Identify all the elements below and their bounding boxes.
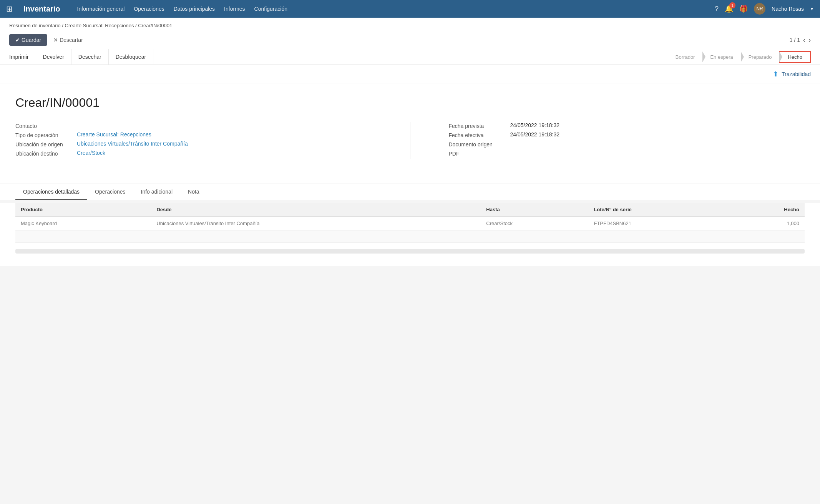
top-nav: ⊞ Inventario Información general Operaci… <box>0 0 820 18</box>
tab-operaciones-detalladas[interactable]: Operaciones detalladas <box>15 184 87 200</box>
traceability-label: Trazabilidad <box>782 71 811 77</box>
tabs: Operaciones detalladas Operaciones Info … <box>15 184 805 200</box>
label-documento-origen: Documento origen <box>449 141 510 148</box>
label-ubicacion-origen: Ubicación de origen <box>15 141 77 148</box>
nav-item-data[interactable]: Datos principales <box>174 6 215 12</box>
main-content: ⬆ Trazabilidad Crear/IN/00001 Contacto T… <box>0 65 820 266</box>
pagination-text: 1 / 1 <box>790 37 800 43</box>
cell-desde: Ubicaciones Virtuales/Tránsito Inter Com… <box>151 217 481 230</box>
traceability-icon: ⬆ <box>773 70 779 78</box>
form-right: Fecha prevista 24/05/2022 19:18:32 Fecha… <box>449 122 805 159</box>
label-pdf: PDF <box>449 150 510 157</box>
print-action[interactable]: Imprimir <box>9 49 36 65</box>
value-tipo[interactable]: Crearte Sucursal: Recepciones <box>77 131 151 138</box>
nav-item-info[interactable]: Información general <box>77 6 125 12</box>
avatar: NR <box>754 3 765 15</box>
col-header-lote: Lote/N° de serie <box>588 203 729 217</box>
next-page-button[interactable]: › <box>808 36 811 44</box>
tab-operaciones[interactable]: Operaciones <box>87 184 133 200</box>
scrollbar[interactable] <box>15 249 805 254</box>
prev-page-button[interactable]: ‹ <box>803 36 805 44</box>
label-fecha-prevista: Fecha prevista <box>449 122 510 129</box>
form-left: Contacto Tipo de operación Crearte Sucur… <box>15 122 372 159</box>
status-preparado[interactable]: Preparado <box>741 52 780 62</box>
table-header-row: Producto Desde Hasta Lote/N° de serie He… <box>15 203 805 217</box>
col-header-desde: Desde <box>151 203 481 217</box>
save-button[interactable]: ✔ Guardar <box>9 34 47 46</box>
col-header-hecho: Hecho <box>729 203 805 217</box>
gift-icon[interactable]: 🎁 <box>739 5 748 13</box>
value-fecha-prevista: 24/05/2022 19:18:32 <box>510 122 559 128</box>
user-name[interactable]: Nacho Rosas <box>772 6 804 12</box>
tab-nota[interactable]: Nota <box>180 184 207 200</box>
label-fecha-efectiva: Fecha efectiva <box>449 131 510 138</box>
nav-items: Información general Operaciones Datos pr… <box>77 6 705 12</box>
action-bar: ✔ Guardar ✕ Descartar 1 / 1 ‹ › <box>0 31 820 49</box>
cell-hasta: Crear/Stock <box>481 217 588 230</box>
label-contacto: Contacto <box>15 122 77 129</box>
form-row-contacto: Contacto <box>15 122 372 129</box>
form-row-documento-origen: Documento origen <box>449 141 805 148</box>
discard-button[interactable]: ✕ Descartar <box>47 34 89 46</box>
breadcrumb-area: Resumen de inventario / Crearte Sucursal… <box>0 18 820 31</box>
document-card: Crear/IN/00001 Contacto Tipo de operació… <box>0 83 820 184</box>
col-header-producto: Producto <box>15 203 151 217</box>
table-footer-row <box>15 230 805 243</box>
form-row-ubicacion-destino: Ubicación destino Crear/Stock <box>15 150 372 157</box>
table-row: Magic Keyboard Ubicaciones Virtuales/Trá… <box>15 217 805 230</box>
notification-count: 1 <box>729 2 735 8</box>
action-links: Imprimir Devolver Desechar Desbloquear <box>9 49 153 65</box>
nav-item-operations[interactable]: Operaciones <box>134 6 164 12</box>
user-dropdown-icon[interactable]: ▼ <box>810 7 814 11</box>
form-divider <box>410 122 410 159</box>
discard-action[interactable]: Desechar <box>71 49 109 65</box>
cell-hecho: 1,000 <box>729 217 805 230</box>
pagination-info: 1 / 1 ‹ › <box>790 36 811 44</box>
help-icon[interactable]: ? <box>715 5 719 13</box>
nav-item-config[interactable]: Configuración <box>254 6 287 12</box>
form-row-pdf: PDF <box>449 150 805 157</box>
status-steps: Borrador En espera Preparado Hecho <box>668 51 811 63</box>
value-fecha-efectiva: 24/05/2022 19:18:32 <box>510 131 559 138</box>
tab-info-adicional[interactable]: Info adicional <box>133 184 181 200</box>
unlock-action[interactable]: Desbloquear <box>109 49 153 65</box>
form-row-fecha-efectiva: Fecha efectiva 24/05/2022 19:18:32 <box>449 131 805 138</box>
app-title: Inventario <box>23 5 60 13</box>
label-tipo: Tipo de operación <box>15 131 77 138</box>
grid-icon[interactable]: ⊞ <box>6 4 13 13</box>
notification-badge[interactable]: 🔔 1 <box>725 5 733 13</box>
form-row-tipo: Tipo de operación Crearte Sucursal: Rece… <box>15 131 372 138</box>
status-borrador[interactable]: Borrador <box>668 52 703 62</box>
nav-item-reports[interactable]: Informes <box>224 6 245 12</box>
document-title: Crear/IN/00001 <box>15 96 805 110</box>
cell-lote: FTPFD4SBN621 <box>588 217 729 230</box>
status-en-espera[interactable]: En espera <box>702 52 740 62</box>
nav-right: ? 🔔 1 🎁 NR Nacho Rosas ▼ <box>715 3 814 15</box>
value-ubicacion-origen[interactable]: Ubicaciones Virtuales/Tránsito Inter Com… <box>77 141 188 147</box>
form-section: Contacto Tipo de operación Crearte Sucur… <box>15 122 805 159</box>
status-bar: Imprimir Devolver Desechar Desbloquear B… <box>0 49 820 65</box>
tabs-container: Operaciones detalladas Operaciones Info … <box>0 184 820 200</box>
traceability-button[interactable]: ⬆ Trazabilidad <box>773 70 811 78</box>
status-hecho[interactable]: Hecho <box>779 51 811 63</box>
return-action[interactable]: Devolver <box>36 49 71 65</box>
form-row-ubicacion-origen: Ubicación de origen Ubicaciones Virtuale… <box>15 141 372 148</box>
label-ubicacion-destino: Ubicación destino <box>15 150 77 157</box>
table-footer-cell <box>15 230 805 243</box>
col-header-hasta: Hasta <box>481 203 588 217</box>
data-table: Producto Desde Hasta Lote/N° de serie He… <box>15 203 805 243</box>
value-ubicacion-destino[interactable]: Crear/Stock <box>77 150 105 156</box>
breadcrumb: Resumen de inventario / Crearte Sucursal… <box>9 23 172 28</box>
form-row-fecha-prevista: Fecha prevista 24/05/2022 19:18:32 <box>449 122 805 129</box>
table-section: Producto Desde Hasta Lote/N° de serie He… <box>0 203 820 266</box>
cell-producto: Magic Keyboard <box>15 217 151 230</box>
traceability-bar: ⬆ Trazabilidad <box>0 65 820 83</box>
